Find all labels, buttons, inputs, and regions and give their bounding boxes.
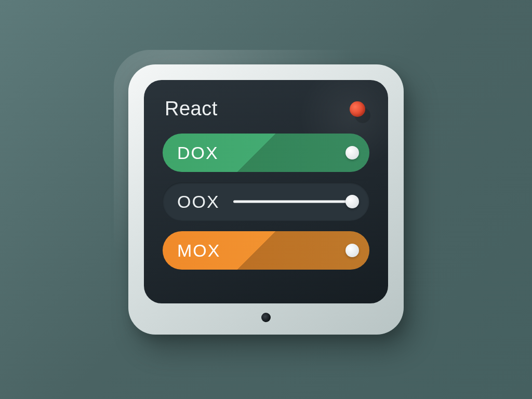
screen: React DOX OOX MOX [144, 80, 388, 303]
toggle-knob-icon[interactable] [345, 146, 359, 159]
toggle-dox[interactable]: DOX [163, 134, 369, 172]
toggle-knob-icon[interactable] [345, 244, 359, 257]
header: React [163, 98, 369, 120]
home-button-icon[interactable] [261, 313, 271, 322]
app-title: React [165, 98, 218, 120]
option-list: DOX OOX MOX [163, 134, 369, 270]
slider-knob-icon[interactable] [345, 195, 359, 208]
slider-label: OOX [177, 192, 220, 212]
device-frame: React DOX OOX MOX [128, 64, 404, 335]
toggle-mox[interactable]: MOX [163, 231, 369, 270]
status-dot-icon[interactable] [350, 101, 365, 117]
slider-oox[interactable]: OOX [163, 182, 369, 221]
toggle-label: MOX [177, 241, 220, 261]
toggle-label: DOX [177, 143, 219, 163]
slider-track [233, 201, 353, 203]
